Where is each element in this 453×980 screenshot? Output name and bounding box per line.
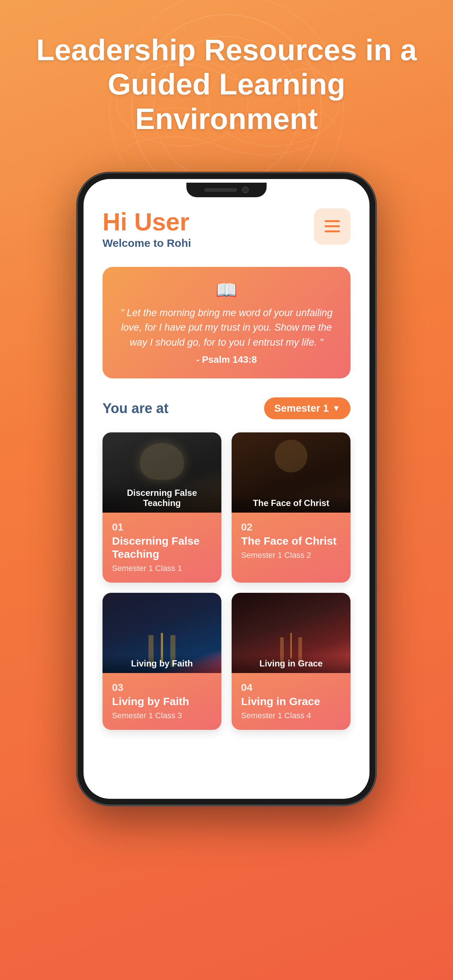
menu-button[interactable]	[314, 208, 351, 245]
phone-notch	[187, 183, 266, 197]
course-image-3: Living by Faith	[102, 593, 222, 673]
course-meta-4: Semester 1 Class 4	[241, 711, 341, 721]
notch-speaker	[204, 188, 237, 192]
course-info-3: 03 Living by Faith Semester 1 Class 3	[102, 673, 222, 730]
course-meta-1: Semester 1 Class 1	[112, 564, 212, 573]
phone-screen: Hi User Welcome to Rohi 📖 " Let the morn…	[83, 179, 370, 799]
menu-line-1	[325, 220, 340, 222]
course-number-4: 04	[241, 682, 341, 694]
course-card-4[interactable]: Living in Grace 04 Living in Grace Semes…	[231, 593, 351, 730]
course-info-4: 04 Living in Grace Semester 1 Class 4	[231, 673, 351, 730]
course-card-3[interactable]: Living by Faith 03 Living by Faith Semes…	[102, 593, 222, 730]
course-image-4: Living in Grace	[231, 593, 351, 673]
verse-text: " Let the morning bring me word of your …	[118, 305, 335, 350]
phone-frame: Hi User Welcome to Rohi 📖 " Let the morn…	[77, 172, 376, 805]
course-name-2: The Face of Christ	[241, 535, 341, 547]
hero-section: Leadership Resources in a Guided Learnin…	[0, 0, 453, 158]
app-header: Hi User Welcome to Rohi	[102, 208, 351, 250]
chevron-down-icon: ▼	[332, 404, 340, 413]
course-image-label-1: Discerning False Teaching	[102, 484, 222, 512]
semester-label: Semester 1	[274, 402, 329, 414]
course-card-2[interactable]: The Face of Christ 02 The Face of Christ…	[231, 433, 351, 582]
course-meta-3: Semester 1 Class 3	[112, 711, 212, 721]
verse-reference: - Psalm 143:8	[118, 354, 335, 365]
subtitle-text: Welcome to Rohi	[102, 237, 191, 250]
course-number-1: 01	[112, 521, 212, 533]
app-header-left: Hi User Welcome to Rohi	[102, 208, 191, 250]
course-image-label-3: Living by Faith	[102, 655, 222, 673]
menu-line-3	[325, 231, 340, 232]
app-content: Hi User Welcome to Rohi 📖 " Let the morn…	[83, 179, 370, 752]
course-image-label-4: Living in Grace	[231, 655, 351, 673]
section-header: You are at Semester 1 ▼	[102, 398, 351, 419]
course-number-2: 02	[241, 521, 341, 533]
menu-line-2	[325, 225, 340, 227]
course-image-label-2: The Face of Christ	[231, 495, 351, 512]
semester-dropdown[interactable]: Semester 1 ▼	[264, 398, 351, 419]
course-name-1: Discerning False Teaching	[112, 535, 212, 561]
course-card-1[interactable]: Discerning False Teaching 01 Discerning …	[102, 433, 222, 582]
course-meta-2: Semester 1 Class 2	[241, 550, 341, 560]
course-name-4: Living in Grace	[241, 695, 341, 708]
hero-title: Leadership Resources in a Guided Learnin…	[29, 33, 424, 136]
course-info-1: 01 Discerning False Teaching Semester 1 …	[102, 512, 222, 582]
course-name-3: Living by Faith	[112, 695, 212, 708]
course-image-2: The Face of Christ	[231, 433, 351, 512]
course-number-3: 03	[112, 682, 212, 694]
course-info-2: 02 The Face of Christ Semester 1 Class 2	[231, 512, 351, 570]
verse-icon: 📖	[118, 280, 335, 301]
verse-card: 📖 " Let the morning bring me word of you…	[102, 267, 351, 379]
greeting-text: Hi User	[102, 208, 191, 235]
section-title: You are at	[102, 401, 169, 416]
course-image-1: Discerning False Teaching	[102, 433, 222, 512]
notch-camera	[242, 187, 249, 193]
course-grid: Discerning False Teaching 01 Discerning …	[102, 433, 351, 730]
